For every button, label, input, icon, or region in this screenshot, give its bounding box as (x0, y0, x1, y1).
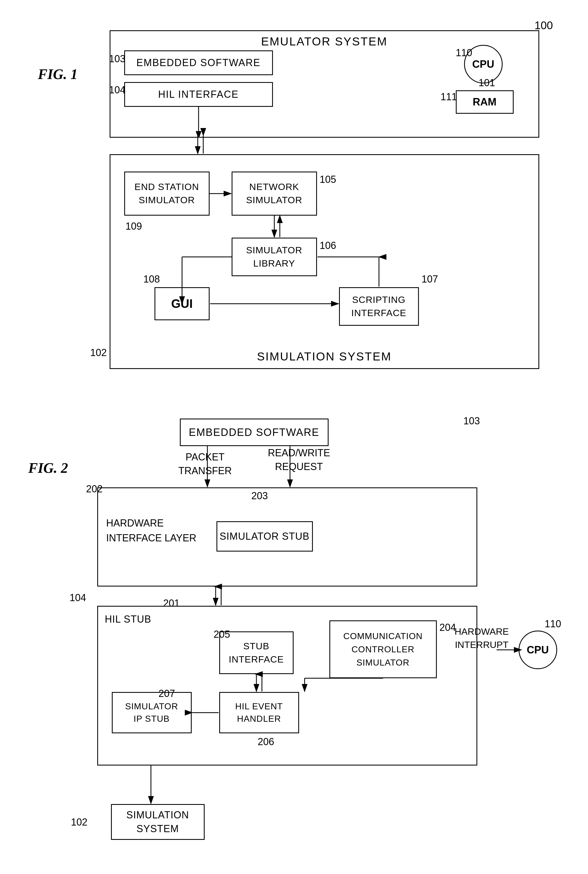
hil-stub-outer-box: HIL STUB STUBINTERFACE COMMUNICATIONCONT… (97, 606, 477, 766)
ref-103: 103 (109, 53, 126, 65)
simulation-system-bottom-box: SIMULATIONSYSTEM (111, 804, 205, 840)
scripting-interface-label: SCRIPTINGINTERFACE (351, 293, 406, 319)
ref-110b: 110 (544, 618, 561, 630)
ref-111: 111 (440, 91, 457, 103)
emulator-system-title: EMULATOR SYSTEM (261, 35, 387, 48)
simulation-system-bottom-label: SIMULATIONSYSTEM (126, 808, 189, 836)
ref-104b: 104 (70, 592, 86, 604)
ref-204: 204 (440, 622, 456, 633)
hil-event-label: HIL EVENTHANDLER (235, 700, 283, 725)
ram-box: RAM (456, 90, 514, 114)
sim-ip-stub-label: SIMULATORIP STUB (125, 700, 178, 725)
hil-stub-label: HIL STUB (105, 613, 152, 625)
ref-108: 108 (144, 273, 160, 285)
network-simulator-box: NETWORKSIMULATOR (232, 172, 317, 216)
hil-event-handler-box: HIL EVENTHANDLER (219, 692, 299, 733)
ref-201: 201 (164, 598, 180, 609)
fig1-label: FIG. 1 (38, 66, 78, 82)
ref-106: 106 (320, 240, 336, 252)
packet-transfer-label: PACKETTRANSFER (178, 450, 232, 478)
simulator-library-box: SIMULATORLIBRARY (232, 238, 317, 276)
cpu-circle-2: CPU (519, 631, 557, 669)
ref-109: 109 (126, 220, 142, 232)
scripting-interface-box: SCRIPTINGINTERFACE (339, 287, 419, 326)
ref-107: 107 (422, 273, 438, 285)
fig2-embedded-sw-box: EMBEDDED SOFTWARE (180, 418, 328, 446)
ref-207: 207 (159, 688, 175, 699)
fig2-label: FIG. 2 (28, 460, 68, 476)
gui-box: GUI (154, 287, 210, 320)
stub-interface-label: STUBINTERFACE (229, 640, 284, 666)
ref-203: 203 (252, 490, 268, 502)
simulator-library-label: SIMULATORLIBRARY (246, 244, 302, 270)
hardware-interface-layer-box: HARDWAREINTERFACE LAYER SIMULATOR STUB (97, 487, 477, 586)
ref-105: 105 (320, 174, 336, 185)
ref-110: 110 (456, 47, 472, 58)
simulation-system-box: SIMULATION SYSTEM END STATION SIMULATOR … (110, 154, 539, 369)
ref-102: 102 (90, 347, 107, 358)
comm-ctrl-label: COMMUNICATIONCONTROLLERSIMULATOR (344, 630, 423, 669)
hil-layer-label: HARDWAREINTERFACE LAYER (106, 516, 196, 546)
ref-206: 206 (258, 736, 274, 748)
network-simulator-label: NETWORKSIMULATOR (246, 180, 302, 207)
comm-ctrl-simulator-box: COMMUNICATIONCONTROLLERSIMULATOR (329, 621, 437, 678)
ref-100: 100 (535, 19, 553, 31)
read-write-label: READ/WRITEREQUEST (268, 446, 330, 474)
ref-101: 101 (478, 77, 495, 88)
ref-104: 104 (109, 84, 126, 96)
embedded-software-box: EMBEDDED SOFTWARE (124, 50, 273, 75)
simulator-ip-stub-box: SIMULATORIP STUB (112, 692, 192, 733)
ref-102b: 102 (71, 817, 88, 828)
simulation-system-title: SIMULATION SYSTEM (257, 350, 392, 363)
stub-interface-box: STUBINTERFACE (219, 631, 294, 674)
ref-103b: 103 (463, 415, 480, 427)
ref-205: 205 (214, 629, 230, 640)
end-station-label: END STATION SIMULATOR (125, 180, 209, 207)
end-station-simulator-box: END STATION SIMULATOR (124, 172, 210, 216)
emulator-system-box: EMULATOR SYSTEM EMBEDDED SOFTWARE HIL IN… (110, 30, 539, 138)
hil-interface-box: HIL INTERFACE (124, 82, 273, 107)
simulator-stub-box: SIMULATOR STUB (216, 521, 313, 552)
